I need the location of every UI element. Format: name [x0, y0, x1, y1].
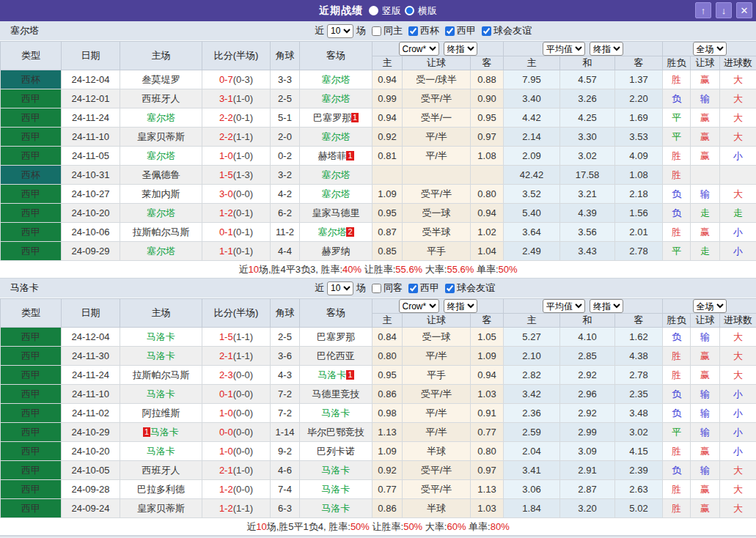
avg-draw-odds: 4.25: [560, 108, 615, 128]
match-type-badge: 西甲: [1, 128, 62, 147]
home-odds: 0.92: [373, 461, 403, 480]
result-goals: 走: [720, 204, 756, 223]
horizontal-layout-radio[interactable]: [405, 6, 414, 15]
match-score: 1-2(0-0): [202, 480, 271, 499]
avg-home-odds: 5.27: [504, 328, 560, 347]
match-filters: 近10场同客西甲球会友谊: [313, 279, 496, 298]
fulltime-score: 0-0: [219, 427, 233, 438]
home-team: 拉斯帕尔马斯: [120, 366, 202, 385]
result-outcome: 负: [663, 89, 691, 108]
move-up-button[interactable]: ↑: [695, 2, 711, 18]
match-scope-select[interactable]: 全场: [693, 299, 727, 313]
average-time-select[interactable]: 终指: [590, 299, 623, 313]
summary-segment: 大率:: [422, 263, 447, 276]
odds-time-select[interactable]: 终指: [444, 42, 477, 56]
fulltime-score: 1-5: [219, 331, 233, 342]
column-subheader: 主: [373, 56, 403, 70]
match-count-select[interactable]: 10: [327, 281, 353, 295]
home-team-name: 皇家贝蒂斯: [137, 131, 185, 142]
average-odds-select[interactable]: 平均值: [543, 42, 585, 56]
column-subheader: 客: [471, 56, 504, 70]
league-filter-checkbox[interactable]: [445, 26, 455, 36]
match-count-select[interactable]: 10: [327, 24, 353, 38]
home-odds: 1.09: [373, 185, 403, 204]
result-goals: 大: [720, 89, 756, 108]
avg-away-odds: 2.78: [615, 366, 663, 385]
avg-draw-odds: 3.21: [560, 185, 615, 204]
avg-draw-odds: 2.85: [560, 347, 615, 366]
league-filter-checkbox[interactable]: [408, 26, 418, 36]
match-type-badge: 西甲: [1, 499, 62, 518]
away-odds: 0.97: [471, 128, 504, 147]
avg-home-odds: 3.40: [504, 89, 560, 108]
handicap: 平/半: [403, 128, 471, 147]
home-team-name: 塞尔塔: [147, 112, 175, 123]
average-odds-select[interactable]: 平均值: [543, 299, 585, 313]
league-filter-checkbox[interactable]: [408, 284, 418, 293]
table-row: 西甲24-11-10马洛卡0-1(0-0)7-2马德里竞技0.86受平/半1.0…: [1, 385, 756, 404]
fulltime-score: 1-2: [219, 207, 233, 218]
same-venue-checkbox[interactable]: [372, 284, 381, 293]
handicap: 平/半: [403, 347, 471, 366]
away-team-name: 皇家马德里: [312, 207, 360, 218]
odds-select-group: Crow*终指: [373, 299, 504, 314]
avg-away-odds: 4.15: [615, 442, 663, 461]
away-odds: [471, 166, 504, 185]
away-team-name: 塞尔塔: [318, 226, 346, 237]
match-type-badge: 西甲: [1, 442, 62, 461]
fulltime-score: 2-1: [219, 350, 233, 361]
vertical-layout-radio[interactable]: [369, 6, 378, 15]
home-team-name: 莱加内斯: [142, 188, 180, 199]
fulltime-score: 1-1: [219, 246, 233, 257]
result-outcome: 胜: [663, 480, 691, 499]
avg-home-odds: 2.14: [504, 128, 560, 147]
home-team-name: 叁莫堤罗: [142, 74, 180, 85]
same-venue-checkbox[interactable]: [372, 26, 381, 36]
league-filter-checkbox[interactable]: [445, 284, 455, 293]
odds-time-select[interactable]: 终指: [444, 299, 477, 313]
home-odds: 0.92: [373, 128, 403, 147]
avg-draw-odds: 2.91: [560, 461, 615, 480]
home-team-name: 塞尔塔: [147, 207, 175, 218]
results-table: 类型日期主场比分(半场)角球客场Crow*终指平均值终指全场主让球客主和客胜负让…: [0, 41, 756, 261]
handicap: 受平/半: [403, 89, 471, 108]
match-type-badge: 西甲: [1, 89, 62, 108]
avg-away-odds: 2.01: [615, 223, 663, 242]
away-team-name: 赫罗纳: [322, 246, 351, 257]
match-type-badge: 西甲: [1, 242, 62, 261]
column-subheader: 客: [471, 314, 504, 328]
summary-segment: 单率:: [474, 263, 498, 276]
match-score: 3-0(0-0): [202, 185, 271, 204]
result-handicap: 赢: [691, 499, 720, 518]
avg-home-odds: 2.10: [504, 347, 560, 366]
avg-draw-odds: 4.57: [560, 70, 615, 89]
corner-count: 7-2: [271, 404, 300, 423]
odds-source-select[interactable]: Crow*: [399, 42, 439, 56]
home-odds: 0.94: [373, 70, 403, 89]
corner-count: 2-5: [271, 328, 300, 347]
table-row: 西甲24-11-30马洛卡2-1(1-1)3-6巴伦西亚0.80平/半1.092…: [1, 347, 756, 366]
average-time-select[interactable]: 终指: [590, 42, 623, 56]
odds-source-select[interactable]: Crow*: [399, 299, 439, 313]
avg-draw-odds: 3.43: [560, 242, 615, 261]
close-button[interactable]: ✕: [736, 2, 752, 18]
away-team-name: 塞尔塔: [322, 131, 351, 142]
result-goals: 大: [720, 108, 756, 128]
near-label: 近: [315, 24, 324, 37]
home-odds: 0.98: [373, 404, 403, 423]
layout-radio-group: 竖版 横版: [369, 4, 437, 18]
column-subheader: 客: [615, 314, 663, 328]
column-header: 比分(半场): [202, 299, 271, 328]
column-subheader: 客: [615, 56, 663, 70]
handicap: 半球: [403, 442, 471, 461]
result-goals: 小: [720, 385, 756, 404]
halftime-score: (0-0): [233, 446, 253, 457]
away-team-name: 马洛卡: [322, 408, 351, 419]
match-type-badge: 西甲: [1, 108, 62, 128]
result-outcome: 平: [663, 242, 691, 261]
move-down-button[interactable]: ↓: [716, 2, 732, 18]
league-filter-checkbox[interactable]: [482, 26, 491, 36]
match-type-badge: 西甲: [1, 147, 62, 166]
home-odds: 0.95: [373, 204, 403, 223]
match-scope-select[interactable]: 全场: [693, 42, 727, 56]
